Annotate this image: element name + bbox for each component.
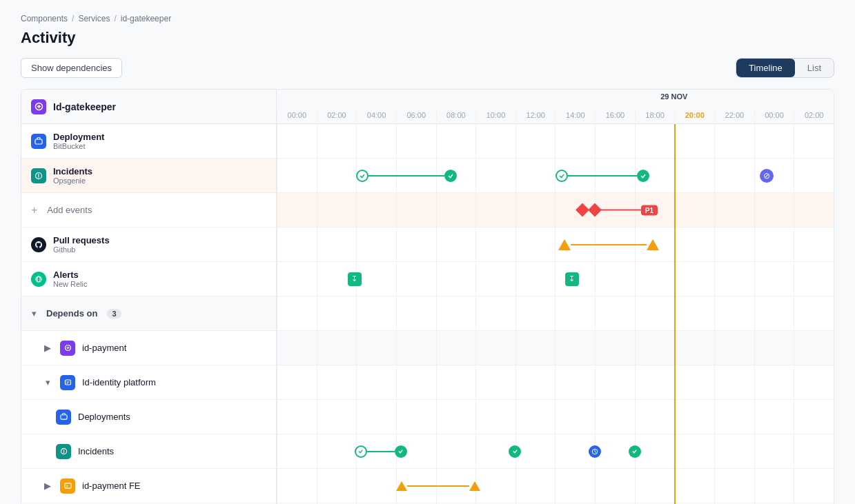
tl-row-id-payment: [277, 365, 834, 400]
incidents-sub: Opsgenie: [53, 177, 92, 185]
svg-point-3: [36, 276, 41, 282]
deployments-sub-label: Deployments: [78, 412, 130, 422]
sub-incident-event[interactable]: [396, 481, 480, 491]
breadcrumb-components[interactable]: Components: [21, 14, 68, 23]
row-add-events[interactable]: + Add events: [21, 193, 276, 228]
alert-triangle-end: [647, 239, 659, 250]
hour-1000: 10:00: [475, 111, 515, 119]
hour-1200: 12:00: [515, 111, 556, 119]
activity-table: Id-gatekeeper Deployment BitBucket Incid…: [21, 89, 834, 504]
hour-0000: 00:00: [277, 111, 317, 119]
alert-triangle-start: [558, 239, 571, 250]
breadcrumb-current: id-gatekeeper: [121, 14, 171, 23]
id-payment-expand-btn[interactable]: ▶: [42, 343, 53, 353]
sub-deploy-event-1[interactable]: [355, 445, 407, 458]
alerts-sub: New Relic: [53, 280, 88, 288]
depends-on-collapse-btn[interactable]: ▾: [28, 308, 39, 319]
id-payment-icon: [60, 341, 75, 356]
pr-icon-1[interactable]: ↧: [348, 272, 362, 286]
hour-0600: 06:00: [396, 111, 436, 119]
row-incidents: Incidents Opsgenie: [21, 159, 276, 193]
timeline-header: 29 NOV 00:00 02:00 04:00 06:00 08:00 10:…: [277, 90, 834, 124]
id-payment-fe-expand-btn[interactable]: ▶: [42, 481, 53, 491]
deployment-sub: BitBucket: [53, 142, 104, 150]
breadcrumb: Components / Services / id-gatekeeper: [21, 14, 834, 23]
deploy-event-2[interactable]: [556, 170, 649, 182]
incidents-sub-label: Incidents: [78, 446, 114, 456]
gatekeeper-label: Id-gatekeeper: [53, 101, 116, 112]
row-id-payment: ▶ id-payment: [21, 331, 276, 365]
hour-1600: 16:00: [595, 111, 635, 119]
incident-diamond-start: [576, 203, 589, 217]
tl-row-depends-on: [277, 331, 834, 365]
add-events-label: Add events: [47, 205, 92, 215]
hour-2000: 20:00: [674, 111, 714, 119]
row-id-payment-fe: ▶ id-payment FE: [21, 469, 276, 503]
hour-2200: 22:00: [714, 111, 754, 119]
incidents-icon: [31, 168, 46, 183]
deploy-skipped[interactable]: ⊘: [760, 169, 774, 183]
id-identity-icon: [60, 375, 75, 390]
deploy-start-2: [556, 170, 568, 182]
hour-1800: 18:00: [635, 111, 675, 119]
tl-row-gatekeeper: [277, 124, 834, 159]
row-alerts: Alerts New Relic: [21, 262, 276, 296]
right-panel: 29 NOV 00:00 02:00 04:00 06:00 08:00 10:…: [277, 90, 834, 504]
pr-icon-2[interactable]: ↧: [565, 272, 579, 286]
date-label: 29 NOV: [660, 92, 687, 101]
newrelic-icon: [31, 272, 46, 287]
deploy-start-1: [356, 170, 368, 182]
hour-1400: 14:00: [555, 111, 595, 119]
sub-incident-triangle-1: [396, 481, 407, 491]
tl-row-alerts: [277, 296, 834, 331]
pull-requests-sub: Github: [53, 245, 110, 254]
now-marker: [674, 124, 676, 504]
row-id-identity: ▾ Id-identity platform: [21, 365, 276, 400]
sub-incident-triangle-2: [469, 481, 480, 491]
incidents-sub-icon: [56, 444, 71, 459]
tl-row-add-events: [277, 228, 834, 262]
breadcrumb-services[interactable]: Services: [78, 14, 110, 23]
page-title: Activity: [21, 29, 834, 47]
alerts-label: Alerts: [53, 270, 88, 280]
github-icon: [31, 237, 46, 252]
svg-rect-9: [64, 483, 70, 488]
timeline-view-button[interactable]: Timeline: [736, 59, 795, 77]
incident-event[interactable]: P1: [578, 205, 658, 215]
list-view-button[interactable]: List: [795, 59, 834, 77]
depends-on-label: Depends on: [46, 308, 97, 319]
deployments-sub-icon: [56, 410, 71, 425]
sub-deploy-clock[interactable]: [589, 445, 601, 458]
row-deployment: Deployment BitBucket: [21, 124, 276, 159]
hour-0200b: 02:00: [794, 111, 834, 119]
deploy-end-1: [444, 170, 457, 182]
id-payment-fe-label: id-payment FE: [82, 481, 141, 491]
tl-row-incidents-sub: [277, 469, 834, 503]
incident-diamond-2: [588, 203, 602, 217]
deploy-event-1[interactable]: [356, 170, 457, 182]
row-pull-requests: Pull requests Github: [21, 228, 276, 262]
row-id-gatekeeper: Id-gatekeeper: [21, 90, 276, 124]
left-panel: Id-gatekeeper Deployment BitBucket Incid…: [21, 90, 277, 504]
pull-requests-label: Pull requests: [53, 235, 110, 245]
deployment-label: Deployment: [53, 132, 104, 142]
row-deployments-sub: Deployments: [21, 400, 276, 434]
svg-rect-1: [35, 139, 42, 144]
id-identity-collapse-btn[interactable]: ▾: [42, 377, 53, 387]
p1-badge: P1: [641, 205, 658, 215]
add-icon: +: [31, 204, 37, 216]
view-toggle: Timeline List: [736, 58, 834, 78]
row-incidents-sub: Incidents: [21, 434, 276, 469]
sub-deploy-check[interactable]: [509, 445, 521, 458]
hour-0200: 02:00: [317, 111, 357, 119]
timeline-hours: 00:00 02:00 04:00 06:00 08:00 10:00 12:0…: [277, 102, 834, 123]
svg-point-4: [37, 276, 40, 282]
id-payment-label: id-payment: [82, 343, 126, 353]
tl-row-incidents: P1: [277, 193, 834, 228]
sub-deploy-check2[interactable]: [629, 445, 641, 458]
show-dependencies-button[interactable]: Show dependencies: [21, 58, 122, 78]
hour-0400: 04:00: [356, 111, 396, 119]
tl-row-deployment: ⊘: [277, 159, 834, 193]
deployment-icon: [31, 134, 46, 149]
alert-event[interactable]: [558, 239, 659, 250]
